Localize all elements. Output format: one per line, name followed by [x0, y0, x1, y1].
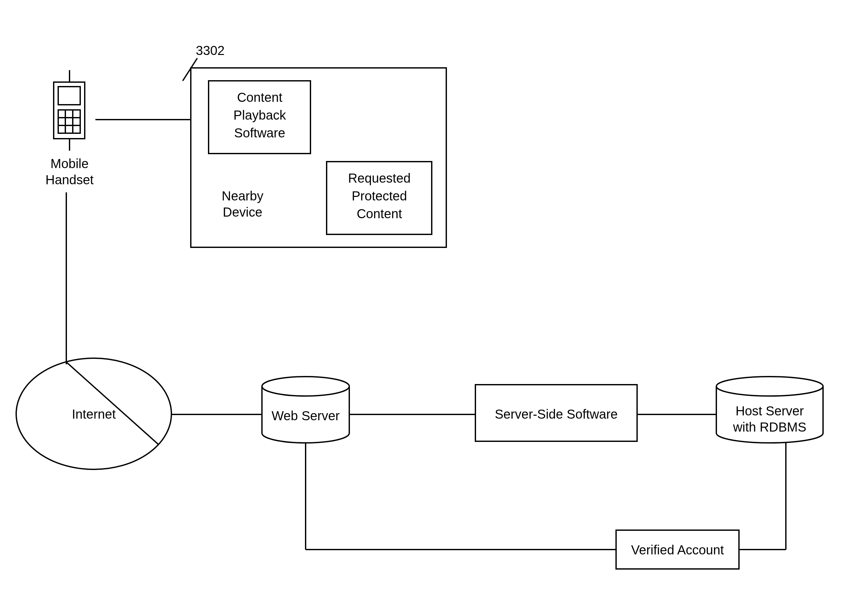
- reference-leader-line: [183, 58, 197, 81]
- requested-content-label-2: Protected: [352, 189, 407, 203]
- server-side-software-label: Server-Side Software: [495, 407, 618, 421]
- mobile-handset-label-1: Mobile: [50, 156, 88, 171]
- svg-rect-2: [58, 87, 80, 105]
- nearby-device-box: [191, 68, 446, 247]
- nearby-device-label-2: Device: [223, 205, 262, 219]
- content-playback-label-2: Playback: [234, 108, 286, 122]
- verified-account-label: Verified Account: [631, 543, 724, 557]
- mobile-handset-icon: [54, 70, 85, 151]
- host-server-label-2: with RDBMS: [733, 420, 806, 434]
- system-diagram: Mobile Handset 3302 Nearby Device Conten…: [0, 0, 868, 610]
- requested-content-label-1: Requested: [348, 171, 411, 185]
- internet-diagonal: [66, 362, 158, 444]
- requested-content-label-3: Content: [357, 207, 402, 221]
- host-server-label-1: Host Server: [735, 404, 804, 418]
- svg-rect-3: [58, 110, 80, 133]
- nearby-device-label-1: Nearby: [222, 189, 264, 203]
- svg-point-9: [262, 376, 349, 396]
- svg-point-12: [716, 376, 823, 396]
- reference-number: 3302: [196, 43, 225, 57]
- content-playback-label-3: Software: [234, 126, 285, 140]
- mobile-handset-label-2: Handset: [46, 173, 94, 187]
- content-playback-label-1: Content: [237, 90, 282, 104]
- web-server-label: Web Server: [272, 409, 339, 423]
- internet-label: Internet: [72, 407, 116, 421]
